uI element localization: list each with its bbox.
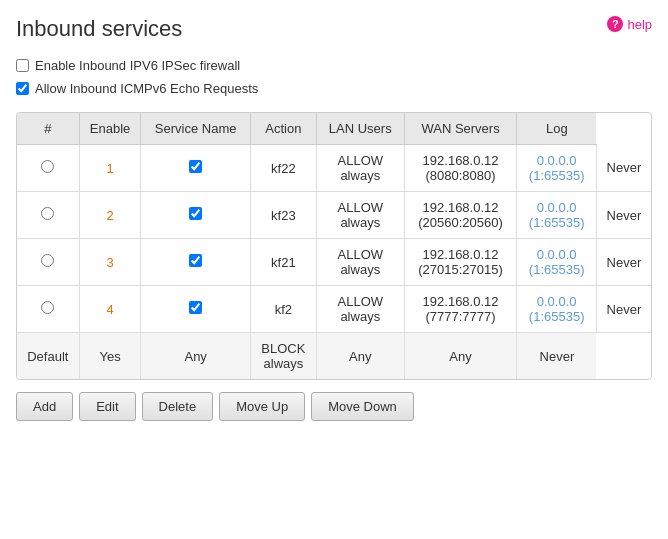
row-wan-servers: 0.0.0.0(1:65535) [517,145,596,192]
row-radio-cell [17,286,79,333]
ipv6-ipsec-row: Enable Inbound IPV6 IPSec firewall [16,58,652,73]
row-radio-cell [17,239,79,286]
page-title: Inbound services [16,16,182,42]
table-row: 3kf21ALLOWalways192.168.0.12(27015:27015… [17,239,651,286]
row-radio-1[interactable] [41,160,54,173]
row-number: 3 [79,239,141,286]
help-label: help [627,17,652,32]
icmpv6-row: Allow Inbound ICMPv6 Echo Requests [16,81,652,96]
default-label: Default [17,333,79,380]
row-action: ALLOWalways [316,239,404,286]
ipv6-ipsec-checkbox[interactable] [16,59,29,72]
add-button[interactable]: Add [16,392,73,421]
row-action: ALLOWalways [316,286,404,333]
row-enable-checkbox-3[interactable] [189,254,202,267]
col-enable: Enable [79,113,141,145]
row-action: ALLOWalways [316,145,404,192]
default-any1: Any [141,333,250,380]
icmpv6-label[interactable]: Allow Inbound ICMPv6 Echo Requests [35,81,258,96]
row-log: Never [596,239,651,286]
table-row: 1kf22ALLOWalways192.168.0.12(8080:8080)0… [17,145,651,192]
ipv6-ipsec-label[interactable]: Enable Inbound IPV6 IPSec firewall [35,58,240,73]
delete-button[interactable]: Delete [142,392,214,421]
services-table-container: # Enable Service Name Action LAN Users W… [16,112,652,380]
row-lan-users: 192.168.0.12(8080:8080) [404,145,517,192]
row-enable-cell [141,286,250,333]
move-up-button[interactable]: Move Up [219,392,305,421]
col-log: Log [517,113,596,145]
row-log: Never [596,145,651,192]
row-service-name: kf22 [250,145,316,192]
row-enable-checkbox-1[interactable] [189,160,202,173]
row-service-name: kf23 [250,192,316,239]
services-table: # Enable Service Name Action LAN Users W… [17,113,651,379]
row-enable-cell [141,145,250,192]
row-wan-servers: 0.0.0.0(1:65535) [517,192,596,239]
page-header: Inbound services ? help [16,16,652,42]
row-number: 2 [79,192,141,239]
row-radio-cell [17,145,79,192]
row-lan-users: 192.168.0.12(20560:20560) [404,192,517,239]
move-down-button[interactable]: Move Down [311,392,414,421]
row-log: Never [596,286,651,333]
table-row: 2kf23ALLOWalways192.168.0.12(20560:20560… [17,192,651,239]
col-number: # [17,113,79,145]
row-enable-cell [141,192,250,239]
default-action: BLOCKalways [250,333,316,380]
default-log: Never [517,333,596,380]
help-link[interactable]: ? help [607,16,652,32]
table-header-row: # Enable Service Name Action LAN Users W… [17,113,651,145]
row-number: 4 [79,286,141,333]
default-any2: Any [316,333,404,380]
row-service-name: kf2 [250,286,316,333]
default-yes: Yes [79,333,141,380]
row-radio-4[interactable] [41,301,54,314]
edit-button[interactable]: Edit [79,392,135,421]
col-action: Action [250,113,316,145]
row-enable-checkbox-4[interactable] [189,301,202,314]
icmpv6-checkbox[interactable] [16,82,29,95]
row-radio-2[interactable] [41,207,54,220]
row-lan-users: 192.168.0.12(27015:27015) [404,239,517,286]
col-lan-users: LAN Users [316,113,404,145]
row-wan-servers: 0.0.0.0(1:65535) [517,286,596,333]
row-action: ALLOWalways [316,192,404,239]
col-service-name: Service Name [141,113,250,145]
row-number: 1 [79,145,141,192]
action-buttons: Add Edit Delete Move Up Move Down [16,392,652,421]
table-row: 4kf2ALLOWalways192.168.0.12(7777:7777)0.… [17,286,651,333]
checkboxes-section: Enable Inbound IPV6 IPSec firewall Allow… [16,58,652,96]
row-enable-cell [141,239,250,286]
row-wan-servers: 0.0.0.0(1:65535) [517,239,596,286]
row-service-name: kf21 [250,239,316,286]
help-icon: ? [607,16,623,32]
row-lan-users: 192.168.0.12(7777:7777) [404,286,517,333]
row-enable-checkbox-2[interactable] [189,207,202,220]
default-row: DefaultYesAnyBLOCKalwaysAnyAnyNever [17,333,651,380]
row-radio-3[interactable] [41,254,54,267]
row-radio-cell [17,192,79,239]
row-log: Never [596,192,651,239]
col-wan-servers: WAN Servers [404,113,517,145]
default-any3: Any [404,333,517,380]
